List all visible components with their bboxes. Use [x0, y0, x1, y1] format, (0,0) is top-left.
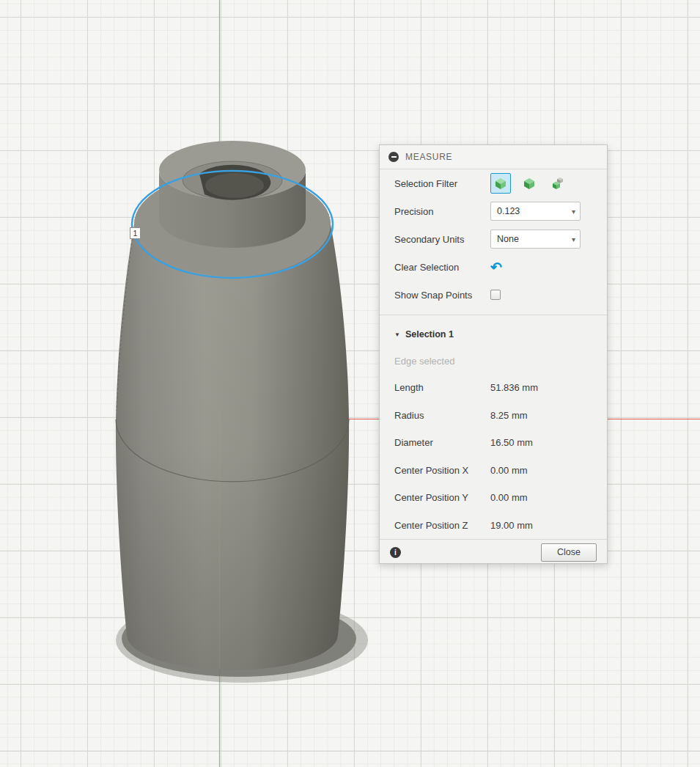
measurement-label: Diameter	[394, 437, 490, 448]
panel-title: MEASURE	[405, 152, 452, 162]
measurement-row-diameter: Diameter 16.50 mm	[394, 429, 597, 457]
measure-panel: MEASURE Selection Filter	[379, 144, 608, 564]
panel-body: Selection Filter	[380, 169, 607, 309]
selection-filter-label: Selection Filter	[394, 178, 490, 189]
filter-component-button[interactable]	[548, 173, 568, 194]
selection-section: ▼ Selection 1 Edge selected Length 51.83…	[380, 321, 607, 539]
panel-footer: i Close	[380, 539, 607, 565]
info-icon[interactable]: i	[390, 547, 401, 558]
chevron-down-icon: ▾	[572, 235, 575, 243]
measurement-value: 0.00 mm	[490, 465, 528, 476]
filter-face-button[interactable]	[490, 173, 511, 194]
measurement-value: 0.00 mm	[490, 492, 528, 503]
chevron-down-icon: ▾	[572, 208, 575, 216]
measurement-label: Center Position X	[394, 465, 490, 476]
measurement-label: Center Position Z	[394, 520, 490, 531]
measurement-value: 51.836 mm	[490, 382, 538, 393]
measurement-value: 19.00 mm	[490, 520, 533, 531]
measurement-row-radius: Radius 8.25 mm	[394, 402, 597, 430]
undo-arrow-icon[interactable]: ↶	[490, 260, 502, 274]
clear-selection-label: Clear Selection	[394, 262, 490, 273]
measurement-label: Length	[394, 382, 490, 393]
secondary-units-label: Secondary Units	[394, 234, 490, 245]
face-cube-icon	[494, 177, 507, 190]
hole-inner-wall	[205, 173, 264, 198]
measurement-value: 8.25 mm	[490, 410, 528, 421]
body-cube-icon	[523, 177, 536, 190]
selection-section-title: Selection 1	[405, 329, 454, 340]
show-snap-points-checkbox[interactable]	[490, 290, 501, 300]
panel-header[interactable]: MEASURE	[380, 145, 607, 169]
precision-row: Precision 0.123 ▾	[394, 197, 597, 225]
measurement-row-length: Length 51.836 mm	[394, 374, 597, 402]
measurement-row-center-x: Center Position X 0.00 mm	[394, 457, 597, 485]
secondary-units-row: Secondary Units None ▾	[394, 225, 597, 253]
measurement-label: Center Position Y	[394, 492, 490, 503]
precision-label: Precision	[394, 206, 490, 217]
clear-selection-row: Clear Selection ↶	[394, 253, 597, 281]
selection-status: Edge selected	[394, 348, 597, 374]
show-snap-points-label: Show Snap Points	[394, 290, 490, 301]
measurement-row-center-y: Center Position Y 0.00 mm	[394, 484, 597, 512]
show-snap-points-row: Show Snap Points	[394, 281, 597, 309]
secondary-units-value: None	[497, 234, 519, 244]
precision-value: 0.123	[497, 206, 520, 216]
secondary-units-select[interactable]: None ▾	[490, 230, 581, 249]
selection-filter-group	[490, 173, 568, 194]
close-button[interactable]: Close	[541, 543, 597, 562]
panel-divider	[380, 315, 607, 315]
selection-section-header[interactable]: ▼ Selection 1	[394, 321, 597, 348]
triangle-down-icon: ▼	[394, 331, 400, 338]
measurement-row-center-z: Center Position Z 19.00 mm	[394, 512, 597, 540]
precision-select[interactable]: 0.123 ▾	[490, 202, 581, 221]
measurement-label: Radius	[394, 410, 490, 421]
panel-grip-icon[interactable]	[388, 152, 399, 162]
measurement-value: 16.50 mm	[490, 437, 533, 448]
selection-badge: 1	[130, 227, 141, 239]
filter-body-button[interactable]	[519, 173, 539, 194]
selection-filter-row: Selection Filter	[394, 169, 597, 197]
component-cubes-icon	[551, 177, 564, 190]
